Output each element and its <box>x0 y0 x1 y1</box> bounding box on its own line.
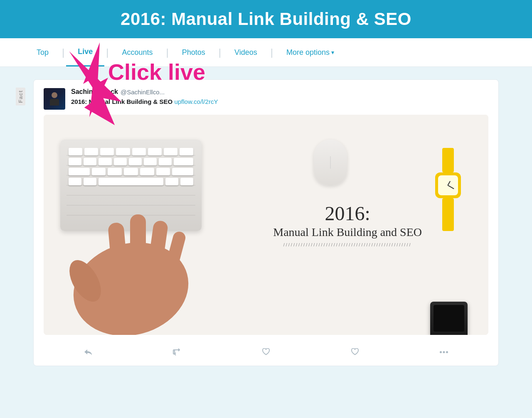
tweet-text-bold: 2016: Manual Link Building & SEO <box>71 98 172 105</box>
tweet-header: Sachin Ellcock @SachinEllco... 2016: Man… <box>44 88 488 110</box>
avatar-body <box>50 99 59 106</box>
desk-scene: 2016: Manual Link Building and SEO /////… <box>44 115 488 335</box>
watch-face <box>435 172 461 198</box>
tweet-wrapper: Fact Sachin Ellcock <box>33 79 499 366</box>
nav-divider-3: | <box>165 47 170 58</box>
hand-image <box>69 198 202 335</box>
tweet-meta: Sachin Ellcock @SachinEllco... 2016: Man… <box>71 88 488 106</box>
watch <box>432 148 463 231</box>
fact-label: Fact <box>16 88 25 106</box>
tab-accounts[interactable]: Accounts <box>111 39 165 66</box>
overlay-title: Manual Link Building and SEO <box>273 225 422 240</box>
nav-tabs: Top | Live | Accounts | Photos | Videos … <box>0 38 532 67</box>
tab-more-options[interactable]: More options ▾ <box>275 39 346 66</box>
svg-rect-5 <box>130 214 146 279</box>
tab-videos[interactable]: Videos <box>223 39 269 66</box>
nav-divider-4: | <box>217 47 223 58</box>
more-action[interactable] <box>399 348 488 357</box>
image-text-overlay: 2016: Manual Link Building and SEO /////… <box>273 202 422 247</box>
favorite-action[interactable] <box>222 345 310 359</box>
svg-point-8 <box>440 351 442 353</box>
nav-divider-2: | <box>104 47 110 58</box>
watch-minute-hand <box>448 185 454 189</box>
main-content: Fact Sachin Ellcock <box>17 67 515 379</box>
like-action[interactable] <box>310 345 399 359</box>
tab-top[interactable]: Top <box>25 39 60 66</box>
tab-photos[interactable]: Photos <box>170 39 217 66</box>
overlay-lines: ////////////////////////////////////////… <box>273 243 422 248</box>
tweet-link[interactable]: upflow.co/l/2rcY <box>174 98 218 105</box>
svg-point-9 <box>443 351 445 353</box>
reply-action[interactable] <box>44 345 133 359</box>
tweet-text: 2016: Manual Link Building & SEO upflow.… <box>71 97 488 106</box>
overlay-year: 2016: <box>273 202 422 225</box>
avatar <box>44 88 65 110</box>
tweet-author-line: Sachin Ellcock @SachinEllco... <box>71 88 488 96</box>
watch-face-inner <box>438 175 458 195</box>
tweet-handle: @SachinEllco... <box>121 89 165 96</box>
retweet-action[interactable] <box>133 345 222 359</box>
mouse <box>314 140 347 185</box>
page-title: 2016: Manual Link Building & SEO <box>17 9 515 29</box>
tweet-card: Sachin Ellcock @SachinEllco... 2016: Man… <box>33 79 499 366</box>
nav-divider-1: | <box>60 47 66 58</box>
tab-live[interactable]: Live <box>66 38 104 66</box>
svg-point-10 <box>446 351 448 353</box>
tweet-image: 2016: Manual Link Building and SEO /////… <box>44 115 488 335</box>
watch-band-bottom <box>442 198 454 231</box>
avatar-image <box>44 88 65 110</box>
phone <box>430 302 468 335</box>
avatar-person <box>50 92 59 106</box>
tweet-actions <box>44 341 488 359</box>
header: 2016: Manual Link Building & SEO <box>0 0 532 38</box>
watch-band-top <box>442 148 454 172</box>
nav-divider-5: | <box>269 47 275 58</box>
avatar-head <box>52 92 57 98</box>
chevron-down-icon: ▾ <box>331 49 334 56</box>
tweet-author-name: Sachin Ellcock <box>71 88 118 96</box>
